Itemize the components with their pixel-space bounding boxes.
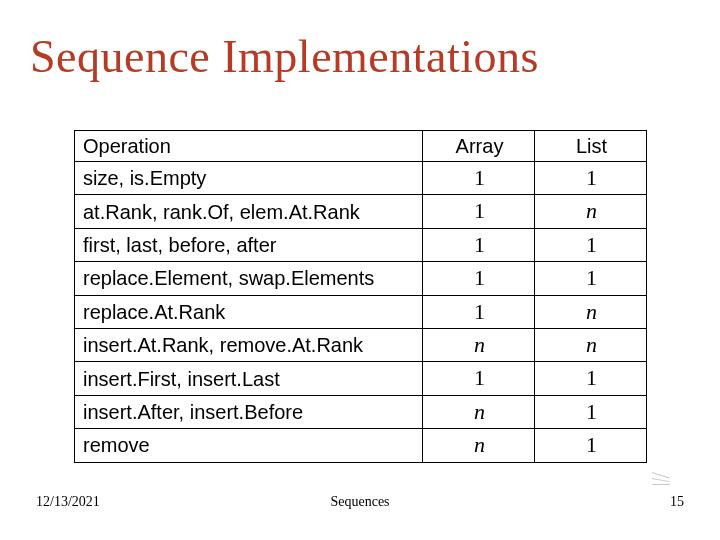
header-list: List — [535, 131, 647, 162]
array-cell: n — [423, 429, 535, 462]
operation-cell: replace.Element, swap.Elements — [75, 262, 423, 295]
table-header-row: Operation Array List — [75, 131, 647, 162]
list-cell: n — [535, 328, 647, 361]
array-cell: n — [423, 328, 535, 361]
table-row: insert.First, insert.Last11 — [75, 362, 647, 395]
operation-cell: remove — [75, 429, 423, 462]
array-cell: 1 — [423, 228, 535, 261]
array-cell: 1 — [423, 195, 535, 228]
table-row: insert.After, insert.Beforen1 — [75, 395, 647, 428]
table-row: first, last, before, after11 — [75, 228, 647, 261]
list-cell: 1 — [535, 228, 647, 261]
footer-center: Sequences — [330, 494, 389, 510]
operation-cell: insert.After, insert.Before — [75, 395, 423, 428]
table-row: at.Rank, rank.Of, elem.At.Rank1n — [75, 195, 647, 228]
array-cell: 1 — [423, 362, 535, 395]
footer-page-number: 15 — [670, 494, 684, 510]
footer-date: 12/13/2021 — [36, 494, 100, 510]
table-row: size, is.Empty11 — [75, 162, 647, 195]
list-cell: 1 — [535, 429, 647, 462]
array-cell: 1 — [423, 162, 535, 195]
list-cell: 1 — [535, 262, 647, 295]
complexity-table: Operation Array List size, is.Empty11at.… — [74, 130, 646, 463]
list-cell: 1 — [535, 162, 647, 195]
array-cell: n — [423, 395, 535, 428]
operation-cell: first, last, before, after — [75, 228, 423, 261]
list-cell: n — [535, 295, 647, 328]
list-cell: 1 — [535, 362, 647, 395]
operation-cell: replace.At.Rank — [75, 295, 423, 328]
decorative-corner-mark — [650, 466, 682, 492]
header-operation: Operation — [75, 131, 423, 162]
table-row: insert.At.Rank, remove.At.Ranknn — [75, 328, 647, 361]
operation-cell: insert.First, insert.Last — [75, 362, 423, 395]
operation-cell: insert.At.Rank, remove.At.Rank — [75, 328, 423, 361]
operation-cell: at.Rank, rank.Of, elem.At.Rank — [75, 195, 423, 228]
array-cell: 1 — [423, 295, 535, 328]
operation-cell: size, is.Empty — [75, 162, 423, 195]
slide: Sequence Implementations Operation Array… — [0, 0, 720, 540]
page-title: Sequence Implementations — [30, 30, 539, 83]
list-cell: 1 — [535, 395, 647, 428]
table-row: replace.Element, swap.Elements11 — [75, 262, 647, 295]
header-array: Array — [423, 131, 535, 162]
table-row: replace.At.Rank1n — [75, 295, 647, 328]
list-cell: n — [535, 195, 647, 228]
table-row: removen1 — [75, 429, 647, 462]
array-cell: 1 — [423, 262, 535, 295]
